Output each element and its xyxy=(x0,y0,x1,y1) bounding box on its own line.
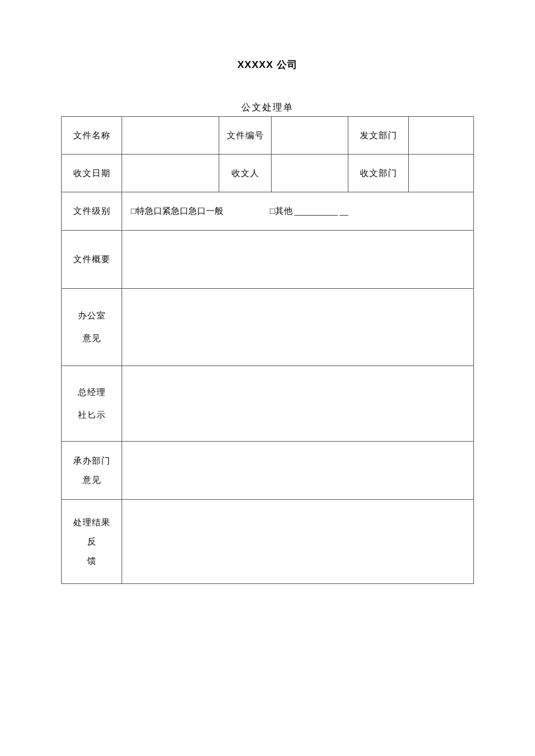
form-title: 公文处理单 xyxy=(61,102,474,114)
input-receive-date[interactable] xyxy=(122,155,219,192)
label-file-level: 文件级别 xyxy=(62,192,122,231)
input-manager-instruction[interactable] xyxy=(122,366,474,442)
label-result-feedback: 处理结果 反 馈 xyxy=(62,500,122,584)
label-result-line3: 馈 xyxy=(62,551,122,571)
label-office-line1: 办公室 xyxy=(62,304,122,327)
company-title: XXXXX 公司 xyxy=(61,58,474,71)
input-file-name[interactable] xyxy=(122,117,219,155)
input-issuing-dept[interactable] xyxy=(409,117,474,155)
label-manager-instruction: 总经理 社匕示 xyxy=(62,366,122,442)
input-undertake-opinion[interactable] xyxy=(122,442,474,500)
input-file-summary[interactable] xyxy=(122,231,474,289)
label-office-line2: 意见 xyxy=(62,327,122,350)
label-receiving-dept: 收文部门 xyxy=(348,155,409,192)
input-file-number[interactable] xyxy=(272,117,348,155)
level-option-other[interactable]: □其他 xyxy=(270,206,293,217)
label-office-opinion: 办公室 意见 xyxy=(62,289,122,366)
input-receiver[interactable] xyxy=(272,155,348,192)
label-file-number: 文件编号 xyxy=(219,117,272,155)
label-file-name: 文件名称 xyxy=(62,117,122,155)
document-form-table: 文件名称 文件编号 发文部门 收文日期 收文人 收文部门 文件级别 □特急口紧急… xyxy=(61,116,474,584)
input-file-level[interactable]: □特急口紧急口急口一般 □其他 xyxy=(122,192,474,231)
input-result-feedback[interactable] xyxy=(122,500,474,584)
label-undertake-opinion: 承办部门 意见 xyxy=(62,442,122,500)
label-receive-date: 收文日期 xyxy=(62,155,122,192)
label-manager-line2: 社匕示 xyxy=(62,404,122,427)
label-manager-line1: 总经理 xyxy=(62,381,122,404)
label-receiver: 收文人 xyxy=(219,155,272,192)
input-office-opinion[interactable] xyxy=(122,289,474,366)
level-options-combined[interactable]: □特急口紧急口急口一般 xyxy=(131,206,223,217)
label-undertake-line1: 承办部门 xyxy=(62,452,122,471)
label-result-line1: 处理结果 xyxy=(62,513,122,532)
level-other-underline-2[interactable] xyxy=(340,207,348,216)
label-result-line2: 反 xyxy=(62,532,122,551)
label-undertake-line2: 意见 xyxy=(62,471,122,490)
level-other-underline[interactable] xyxy=(294,207,338,216)
label-file-summary: 文件概要 xyxy=(62,231,122,289)
input-receiving-dept[interactable] xyxy=(409,155,474,192)
label-issuing-dept: 发文部门 xyxy=(348,117,409,155)
